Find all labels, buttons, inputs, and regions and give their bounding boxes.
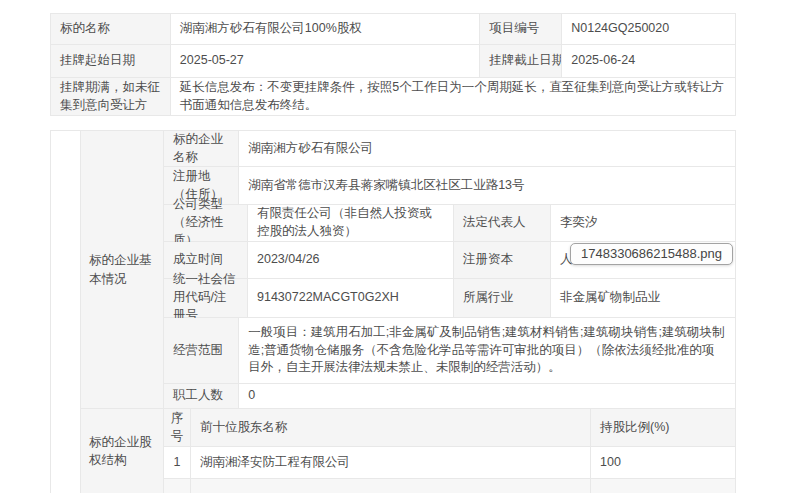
expiry-policy-value: 延长信息发布：不变更挂牌条件，按照5个工作日为一个周期延长，直至征集到意向受让方… <box>171 78 736 116</box>
listing-info-table: 标的名称 湖南湘方砂石有限公司100%股权 项目编号 N0124GQ250020… <box>50 13 736 116</box>
business-scope-value: 一般项目：建筑用石加工;非金属矿及制品销售;建筑材料销售;建筑砌块销售;建筑砌块… <box>239 318 736 384</box>
equity-row-pct: 100 <box>591 447 736 479</box>
table-row: 统一社会信用代码/注册号 91430722MACGT0G2XH 所属行业 非金属… <box>164 279 736 318</box>
company-type-label: 公司类型（经济性质） <box>164 205 248 242</box>
legal-rep-value: 李奕汐 <box>551 205 736 242</box>
equity-pct-header: 持股比例(%) <box>591 409 736 447</box>
listing-end-label: 挂牌截止日期 <box>480 45 562 78</box>
table-row: 挂牌期满，如未征集到意向受让方 延长信息发布：不变更挂牌条件，按照5个工作日为一… <box>51 78 736 116</box>
industry-label: 所属行业 <box>454 279 551 318</box>
equity-row-index: 1 <box>164 447 191 479</box>
credit-code-label: 统一社会信用代码/注册号 <box>164 279 248 318</box>
listing-start-value: 2025-05-27 <box>171 45 481 78</box>
equity-index-header: 序号 <box>164 409 191 447</box>
company-type-value: 有限责任公司（非自然人投资或控股的法人独资） <box>248 205 454 242</box>
equity-partial-row <box>164 479 736 493</box>
company-name-value: 湖南湘方砂石有限公司 <box>239 131 736 167</box>
legal-rep-label: 法定代表人 <box>454 205 551 242</box>
project-number-label: 项目编号 <box>480 14 562 45</box>
filename-tooltip: 1748330686215488.png <box>570 243 733 265</box>
equity-shareholder-header: 前十位股东名称 <box>191 409 591 447</box>
target-name-value: 湖南湘方砂石有限公司100%股权 <box>171 14 481 45</box>
equity-data-row: 1 湖南湘泽安防工程有限公司 100 <box>164 447 736 479</box>
expiry-policy-label: 挂牌期满，如未征集到意向受让方 <box>51 78 171 116</box>
equity-partial-cell <box>591 479 736 493</box>
project-number-value: N0124GQ250020 <box>562 14 736 45</box>
basic-info-section-label: 标的企业基本情况 <box>81 131 164 409</box>
employee-count-label: 职工人数 <box>164 384 239 409</box>
listing-start-label: 挂牌起始日期 <box>51 45 171 78</box>
equity-structure-section-label: 标的企业股权结构 <box>81 409 164 493</box>
business-scope-label: 经营范围 <box>164 318 239 384</box>
equity-row-shareholder: 湖南湘泽安防工程有限公司 <box>191 447 591 479</box>
equity-partial-cell <box>164 479 191 493</box>
table-row: 标的名称 湖南湘方砂石有限公司100%股权 项目编号 N0124GQ250020 <box>51 14 736 45</box>
equity-partial-cell <box>191 479 591 493</box>
company-name-label: 标的企业名称 <box>164 131 239 167</box>
target-name-label: 标的名称 <box>51 14 171 45</box>
table-row: 经营范围 一般项目：建筑用石加工;非金属矿及制品销售;建筑材料销售;建筑砌块销售… <box>164 318 736 384</box>
company-detail-table: 标的企业基本情况 标的企业名称 湖南湘方砂石有限公司 注册地（住所） 湖南省常德… <box>50 130 736 493</box>
empty-column <box>51 131 81 493</box>
industry-value: 非金属矿物制品业 <box>551 279 736 318</box>
registered-capital-label: 注册资本 <box>454 242 551 279</box>
table-row: 挂牌起始日期 2025-05-27 挂牌截止日期 2025-06-24 <box>51 45 736 78</box>
employee-count-value: 0 <box>239 384 736 409</box>
table-row: 公司类型（经济性质） 有限责任公司（非自然人投资或控股的法人独资） 法定代表人 … <box>164 205 736 242</box>
credit-code-value: 91430722MACGT0G2XH <box>248 279 454 318</box>
table-row: 职工人数 0 <box>164 384 736 409</box>
founded-date-value: 2023/04/26 <box>248 242 454 279</box>
registered-address-value: 湖南省常德市汉寿县蒋家嘴镇北区社区工业路13号 <box>239 167 736 205</box>
listing-end-value: 2025-06-24 <box>562 45 736 78</box>
table-row: 标的企业名称 湖南湘方砂石有限公司 <box>164 131 736 167</box>
table-row: 注册地（住所） 湖南省常德市汉寿县蒋家嘴镇北区社区工业路13号 <box>164 167 736 205</box>
equity-header-row: 序号 前十位股东名称 持股比例(%) <box>164 409 736 447</box>
equity-structure-section: 标的企业股权结构 序号 前十位股东名称 持股比例(%) 1 湖南湘泽安防工程有限… <box>81 409 736 493</box>
basic-info-section: 标的企业基本情况 标的企业名称 湖南湘方砂石有限公司 注册地（住所） 湖南省常德… <box>81 131 736 409</box>
